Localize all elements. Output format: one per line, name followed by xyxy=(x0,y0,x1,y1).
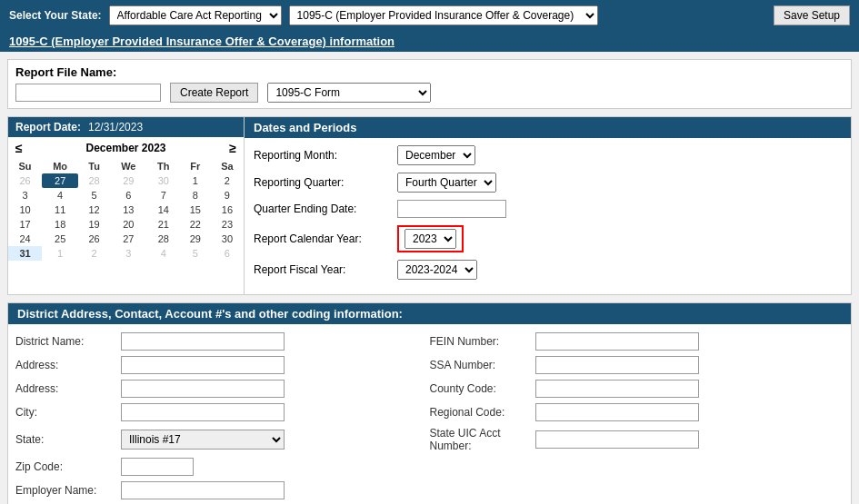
calendar-day[interactable]: 31 xyxy=(8,246,42,261)
calendar-day[interactable]: 4 xyxy=(42,188,78,203)
calendar-day[interactable]: 1 xyxy=(180,173,211,188)
calendar-month-year: December 2023 xyxy=(85,142,165,154)
ssa-row: SSA Number: 00-00000 xyxy=(430,353,844,377)
calendar-day[interactable]: 17 xyxy=(8,217,42,232)
regional-code-input[interactable]: 12345 xyxy=(535,403,699,421)
select-state-label: Select Your State: xyxy=(9,9,102,22)
district-name-input[interactable]: American CUSD 1 xyxy=(121,332,285,351)
fein-row: FEIN Number: 0000000000 xyxy=(430,330,844,353)
calendar-day[interactable]: 3 xyxy=(8,188,42,203)
create-report-button[interactable]: Create Report xyxy=(170,83,258,103)
calendar-day[interactable]: 24 xyxy=(8,232,42,246)
state-select-district[interactable]: Illinois #17 xyxy=(121,430,285,450)
reporting-quarter-select[interactable]: Fourth Quarter xyxy=(397,173,496,193)
city-label: City: xyxy=(15,406,115,419)
fein-label: FEIN Number: xyxy=(430,335,530,348)
calendar-day[interactable]: 20 xyxy=(110,217,147,232)
calendar-day[interactable]: 16 xyxy=(211,203,244,217)
cal-dates-wrapper: Report Date: 12/31/2023 ≤ December 2023 … xyxy=(7,116,852,295)
calendar-day[interactable]: 5 xyxy=(180,246,211,261)
fein-input[interactable]: 0000000000 xyxy=(535,332,699,351)
calendar-day[interactable]: 2 xyxy=(78,246,110,261)
report-fiscal-year-select[interactable]: 2023-2024 xyxy=(397,260,477,280)
district-header: District Address, Contact, Account #'s a… xyxy=(8,303,851,324)
calendar-day[interactable]: 22 xyxy=(180,217,211,232)
calendar-day[interactable]: 6 xyxy=(211,246,244,261)
address2-input[interactable] xyxy=(121,380,285,398)
calendar-day[interactable]: 6 xyxy=(110,188,147,203)
calendar-day[interactable]: 3 xyxy=(110,246,147,261)
address2-row: Address: xyxy=(15,377,430,400)
calendar-day[interactable]: 26 xyxy=(8,173,42,188)
calendar-day[interactable]: 19 xyxy=(78,217,110,232)
report-calendar-year-select[interactable]: 2023 xyxy=(405,229,456,249)
regional-code-label: Regional Code: xyxy=(430,406,530,419)
calendar-day[interactable]: 2 xyxy=(211,173,244,188)
state-row: State: Illinois #17 xyxy=(15,424,430,455)
calendar-day[interactable]: 28 xyxy=(147,232,180,246)
city-input[interactable]: Chicago xyxy=(121,403,285,421)
address1-label: Address: xyxy=(15,359,115,371)
report-file-title: Report File Name: xyxy=(15,65,844,79)
calendar-day[interactable]: 4 xyxy=(147,246,180,261)
calendar-day[interactable]: 15 xyxy=(180,203,211,217)
employer-name-label: Employer Name: xyxy=(15,484,115,497)
reporting-month-label: Reporting Month: xyxy=(254,149,390,162)
district-section: District Address, Contact, Account #'s a… xyxy=(7,302,852,504)
calendar-day[interactable]: 30 xyxy=(211,232,244,246)
calendar-day[interactable]: 29 xyxy=(180,232,211,246)
report-calendar-year-label: Report Calendar Year: xyxy=(254,232,390,245)
employer-name-input[interactable]: American CUSD 1 xyxy=(121,481,285,499)
reporting-month-select[interactable]: December xyxy=(397,145,475,165)
calendar-day[interactable]: 18 xyxy=(42,217,78,232)
calendar-grid: Su Mo Tu We Th Fr Sa 2627282930123456789… xyxy=(8,159,244,261)
day-header-we: We xyxy=(110,159,147,173)
district-body: District Name: American CUSD 1 FEIN Numb… xyxy=(8,324,851,504)
state-uic-input[interactable]: 123456 xyxy=(535,430,699,449)
calendar-day[interactable]: 26 xyxy=(78,232,110,246)
report-date-value: 12/31/2023 xyxy=(88,121,143,133)
quarter-ending-date-input[interactable]: 12/31/2023 xyxy=(397,200,506,218)
report-type-select[interactable]: 1095-C Form xyxy=(267,83,431,103)
calendar-day[interactable]: 23 xyxy=(211,217,244,232)
calendar-year-highlight: 2023 xyxy=(397,225,464,252)
calendar-day[interactable]: 5 xyxy=(78,188,110,203)
ssa-label: SSA Number: xyxy=(430,359,530,371)
calendar-day[interactable]: 13 xyxy=(110,203,147,217)
form-select[interactable]: 1095-C (Employer Provided Insurance Offe… xyxy=(289,5,598,25)
reporting-month-row: Reporting Month: December xyxy=(254,145,842,165)
calendar-day[interactable]: 25 xyxy=(42,232,78,246)
state-select[interactable]: Affordable Care Act Reporting xyxy=(109,5,282,25)
top-bar: Select Your State: Affordable Care Act R… xyxy=(0,0,859,31)
calendar-day[interactable]: 9 xyxy=(211,188,244,203)
day-header-su: Su xyxy=(8,159,42,173)
reporting-quarter-row: Reporting Quarter: Fourth Quarter xyxy=(254,173,842,193)
day-header-th: Th xyxy=(147,159,180,173)
calendar-day[interactable]: 28 xyxy=(78,173,110,188)
county-code-input[interactable]: 12345 xyxy=(535,380,699,398)
calendar-day[interactable]: 12 xyxy=(78,203,110,217)
ssa-input[interactable]: 00-00000 xyxy=(535,356,699,374)
calendar-day[interactable]: 30 xyxy=(147,173,180,188)
address1-input[interactable]: 123 SOUTH MAIN xyxy=(121,356,285,374)
prev-month-button[interactable]: ≤ xyxy=(15,141,23,155)
calendar-day[interactable]: 27 xyxy=(42,173,78,188)
save-setup-button[interactable]: Save Setup xyxy=(774,5,850,25)
zip-code-input[interactable]: 60601 xyxy=(121,458,194,476)
day-header-tu: Tu xyxy=(78,159,110,173)
calendar-day[interactable]: 11 xyxy=(42,203,78,217)
calendar-day[interactable]: 7 xyxy=(147,188,180,203)
calendar-day[interactable]: 21 xyxy=(147,217,180,232)
calendar-day[interactable]: 8 xyxy=(180,188,211,203)
calendar-day[interactable]: 29 xyxy=(110,173,147,188)
report-file-name-input[interactable]: ACA-1095-C xyxy=(15,84,161,102)
county-code-label: County Code: xyxy=(430,382,530,395)
quarter-ending-date-row: Quarter Ending Date: 12/31/2023 xyxy=(254,200,842,218)
calendar-day[interactable]: 14 xyxy=(147,203,180,217)
day-header-mo: Mo xyxy=(42,159,78,173)
calendar-day[interactable]: 27 xyxy=(110,232,147,246)
calendar-day[interactable]: 10 xyxy=(8,203,42,217)
calendar-nav: ≤ December 2023 ≥ xyxy=(8,137,244,159)
calendar-day[interactable]: 1 xyxy=(42,246,78,261)
next-month-button[interactable]: ≥ xyxy=(229,141,236,155)
